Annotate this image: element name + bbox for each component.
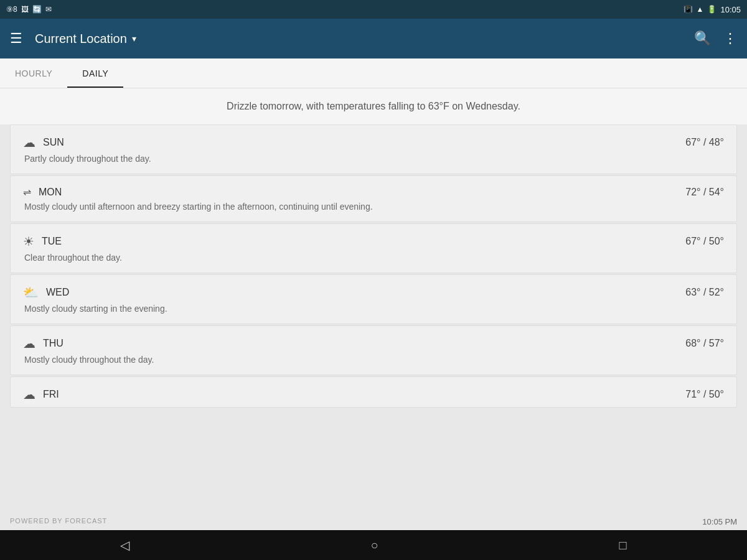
app-bar: ☰ Current Location ▾ 🔍 ⋮: [0, 19, 747, 58]
tabs-container: HOURLY DAILY: [0, 58, 747, 88]
forecast-day-thu: ☁ THU: [23, 336, 63, 351]
forecast-desc-wed: Mostly cloudy starting in the evening.: [23, 304, 724, 314]
sync-icon: 🔄: [32, 5, 42, 14]
forecast-card-fri: ☁ FRI 71° / 50°: [10, 376, 737, 408]
forecast-temp-fri: 71° / 50°: [685, 389, 724, 400]
forecast-temp-tue: 67° / 50°: [685, 236, 724, 247]
dropdown-arrow-icon: ▾: [132, 34, 136, 44]
more-options-button[interactable]: ⋮: [723, 30, 737, 47]
notification-count-icon: ⑨8: [6, 5, 17, 14]
forecast-card-tue: ☀ TUE 67° / 50° Clear throughout the day…: [10, 223, 737, 273]
forecast-day-fri: ☁ FRI: [23, 387, 59, 402]
forecast-list: ☁ SUN 67° / 48° Partly cloudy throughout…: [0, 124, 747, 408]
weather-icon-fri: ☁: [23, 387, 35, 402]
nav-recent-button[interactable]: □: [619, 538, 626, 553]
status-bar: ⑨8 🖼 🔄 ✉ 📳 ▲ 🔋 10:05: [0, 0, 747, 19]
forecast-card-sun: ☁ SUN 67° / 48° Partly cloudy throughout…: [10, 124, 737, 174]
weather-icon-sun: ☁: [23, 135, 35, 150]
forecast-card-top-tue: ☀ TUE 67° / 50°: [23, 234, 724, 249]
forecast-day-sun: ☁ SUN: [23, 135, 64, 150]
forecast-card-top-mon: ⇌ MON 72° / 54°: [23, 186, 724, 198]
weather-icon-wed: ⛅: [23, 285, 39, 300]
forecast-card-mon: ⇌ MON 72° / 54° Mostly cloudy until afte…: [10, 175, 737, 222]
nav-back-button[interactable]: ◁: [120, 538, 129, 553]
app-bar-left: ☰ Current Location ▾: [10, 30, 136, 47]
forecast-temp-sun: 67° / 48°: [685, 137, 724, 148]
forecast-temp-thu: 68° / 57°: [685, 338, 724, 349]
tab-hourly[interactable]: HOURLY: [0, 58, 67, 88]
app-title: Current Location: [35, 32, 127, 46]
forecast-day-wed: ⛅ WED: [23, 285, 69, 300]
tab-daily[interactable]: DAILY: [67, 58, 123, 88]
status-time: 10:05: [720, 5, 741, 14]
wifi-icon: ▲: [697, 5, 704, 14]
app-bar-right: 🔍 ⋮: [694, 30, 737, 47]
forecast-desc-thu: Mostly cloudy throughout the day.: [23, 355, 724, 365]
nav-bar: ◁ ○ □: [0, 530, 747, 560]
forecast-day-tue: ☀ TUE: [23, 234, 62, 249]
status-right: 📳 ▲ 🔋 10:05: [684, 5, 741, 14]
forecast-desc-tue: Clear throughout the day.: [23, 253, 724, 263]
forecast-card-top-fri: ☁ FRI 71° / 50°: [23, 387, 724, 402]
footer: POWERED BY FORECAST 10:05 PM: [0, 513, 747, 530]
weather-icon-mon: ⇌: [23, 186, 31, 198]
forecast-card-top-sun: ☁ SUN 67° / 48°: [23, 135, 724, 150]
battery-icon: 🔋: [707, 5, 716, 14]
forecast-temp-mon: 72° / 54°: [685, 187, 724, 198]
image-icon: 🖼: [21, 5, 29, 14]
forecast-card-thu: ☁ THU 68° / 57° Mostly cloudy throughout…: [10, 325, 737, 375]
message-icon: ✉: [45, 5, 52, 14]
status-icons: ⑨8 🖼 🔄 ✉: [6, 5, 52, 14]
forecast-card-top-thu: ☁ THU 68° / 57°: [23, 336, 724, 351]
menu-button[interactable]: ☰: [10, 30, 22, 47]
weather-icon-tue: ☀: [23, 234, 34, 249]
forecast-desc-sun: Partly cloudy throughout the day.: [23, 154, 724, 164]
powered-by-label: POWERED BY FORECAST: [10, 517, 107, 526]
search-button[interactable]: 🔍: [694, 30, 711, 47]
nav-home-button[interactable]: ○: [370, 538, 378, 553]
forecast-day-mon: ⇌ MON: [23, 186, 62, 198]
footer-time: 10:05 PM: [702, 517, 737, 526]
forecast-temp-wed: 63° / 52°: [685, 287, 724, 298]
vibrate-icon: 📳: [684, 5, 693, 14]
forecast-desc-mon: Mostly cloudy until afternoon and breezy…: [23, 202, 724, 212]
weather-summary: Drizzle tomorrow, with temperatures fall…: [0, 88, 747, 124]
forecast-card-top-wed: ⛅ WED 63° / 52°: [23, 285, 724, 300]
weather-icon-thu: ☁: [23, 336, 35, 351]
forecast-card-wed: ⛅ WED 63° / 52° Mostly cloudy starting i…: [10, 274, 737, 324]
app-title-container[interactable]: Current Location ▾: [35, 32, 136, 46]
